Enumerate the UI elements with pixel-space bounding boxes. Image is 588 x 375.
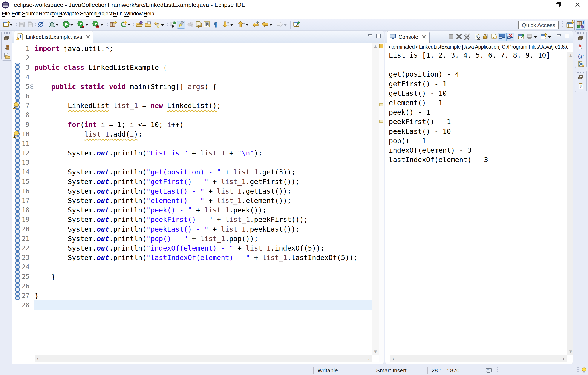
new-java-project-button[interactable] [109, 21, 117, 29]
scroll-lock-button[interactable] [482, 33, 490, 41]
menu-refactor[interactable]: Refactor [39, 11, 58, 17]
new-wizard-button-dropdown[interactable] [10, 24, 13, 26]
window-minimize-button[interactable] [532, 0, 544, 10]
back-button-dropdown[interactable] [269, 24, 273, 26]
new-java-class-button-dropdown[interactable] [127, 24, 131, 26]
forward-button[interactable] [276, 21, 284, 29]
scroll-right-icon[interactable]: › [366, 355, 372, 362]
menu-run[interactable]: Run [113, 11, 123, 17]
package-explorer-button[interactable] [1, 43, 12, 52]
fold-collapse-icon[interactable] [30, 84, 34, 89]
open-perspective-button[interactable] [565, 20, 575, 30]
restore-views-button[interactable] [575, 35, 587, 43]
scroll-right-icon[interactable]: › [561, 355, 566, 362]
editor-tab-close-icon[interactable]: ✕ [86, 34, 91, 40]
import-resources-button[interactable] [144, 21, 152, 29]
status-monitor-icon[interactable] [485, 367, 492, 375]
run-button-dropdown[interactable] [70, 24, 74, 26]
console-tab-close-icon[interactable]: ✕ [422, 34, 426, 40]
scroll-left-icon[interactable]: ‹ [390, 355, 396, 362]
editor-vertical-scrollbar[interactable]: ▲ ▼ [372, 43, 379, 355]
line-number-ruler[interactable]: 1234567891011121314151617181920212223242… [12, 44, 30, 310]
view-bar-grip[interactable] [578, 72, 584, 73]
console-minimize-button[interactable] [556, 33, 562, 39]
navigator-button[interactable] [1, 52, 12, 60]
console-maximize-button[interactable] [564, 33, 570, 39]
new-wizard-button[interactable] [3, 21, 10, 29]
show-stderr-button[interactable] [506, 33, 514, 41]
forward-button-dropdown[interactable] [284, 24, 287, 26]
display-console-button[interactable] [525, 33, 534, 41]
status-grip[interactable] [497, 367, 498, 374]
menu-project[interactable]: Project [96, 11, 112, 17]
profile-button[interactable] [92, 21, 100, 29]
scroll-down-icon[interactable]: ▼ [372, 349, 379, 354]
link-editor-button[interactable] [195, 21, 202, 29]
menu-window[interactable]: Window [124, 11, 143, 17]
restore-package-explorer-button[interactable] [1, 35, 12, 43]
console-horizontal-scrollbar[interactable]: ‹ › [390, 355, 567, 362]
remove-all-terminated-button[interactable] [463, 33, 471, 41]
window-restore-button[interactable] [552, 0, 565, 10]
status-grip[interactable] [577, 367, 578, 374]
run-button[interactable] [62, 21, 70, 29]
remove-launch-button[interactable] [455, 33, 463, 41]
coverage-button-dropdown[interactable] [85, 24, 89, 26]
window-close-button[interactable] [571, 0, 584, 10]
open-console-button[interactable] [540, 33, 548, 41]
editor-tab[interactable]: J! LinkedListExample.java ✕ [13, 31, 94, 43]
menu-source[interactable]: Source [22, 11, 39, 17]
java-perspective-button[interactable]: J [576, 20, 585, 30]
code-editor[interactable]: import java.util.*;public class LinkedLi… [35, 44, 372, 310]
scroll-down-icon[interactable]: ▼ [567, 349, 573, 354]
open-console-button-dropdown[interactable] [548, 36, 551, 38]
breadcrumb-button[interactable] [169, 21, 177, 29]
javadoc-button[interactable]: @ [575, 52, 587, 60]
show-whitespace-button[interactable]: ¶ [211, 21, 219, 29]
overview-warning-mark[interactable] [379, 103, 383, 106]
editor-horizontal-scrollbar[interactable]: ‹ › [35, 355, 372, 362]
view-bar-grip[interactable] [4, 32, 10, 34]
scroll-left-icon[interactable]: ‹ [35, 355, 41, 362]
editor-minimize-button[interactable] [367, 33, 374, 39]
console-vertical-scrollbar[interactable]: ▲ ▼ [567, 52, 573, 355]
menu-help[interactable]: Help [144, 11, 154, 17]
scroll-up-icon[interactable]: ▲ [567, 53, 573, 58]
show-stdout-button[interactable] [498, 33, 506, 41]
mark-occurrences-button[interactable] [177, 21, 185, 29]
pin-editor-button[interactable] [293, 21, 300, 29]
display-console-button-dropdown[interactable] [534, 36, 537, 38]
clear-console-button[interactable] [473, 33, 481, 41]
menu-edit[interactable]: Edit [12, 11, 21, 17]
snippets-button[interactable] [187, 21, 194, 29]
block-selection-button[interactable] [203, 21, 211, 29]
word-wrap-button[interactable] [490, 33, 498, 41]
scroll-up-icon[interactable]: ▲ [372, 44, 379, 49]
new-java-class-button[interactable] [119, 21, 127, 29]
overview-warning-mark[interactable] [379, 120, 383, 123]
previous-annotation-button[interactable] [238, 21, 245, 29]
console-tab[interactable]: Console ✕ [387, 31, 430, 43]
search-button[interactable] [153, 21, 161, 29]
declaration-button[interactable]: {= [575, 60, 587, 69]
coverage-button[interactable] [77, 21, 85, 29]
quick-access-input[interactable] [518, 21, 559, 30]
skip-breakpoints-button[interactable] [37, 21, 45, 29]
next-annotation-button-dropdown[interactable] [230, 24, 233, 26]
terminate-button[interactable] [447, 33, 455, 41]
save-all-button[interactable] [26, 21, 34, 29]
overview-warning-header[interactable] [379, 44, 383, 48]
debug-button-dropdown[interactable] [55, 24, 59, 26]
problems-button[interactable] [575, 43, 587, 52]
view-bar-grip[interactable] [578, 32, 584, 34]
menu-navigate[interactable]: Navigate [58, 11, 79, 17]
console-output[interactable]: List is [1, 2, 3, 4, 5, 6, 7, 8, 9, 10]g… [389, 51, 565, 164]
java-file-button[interactable]: J [575, 82, 587, 91]
debug-button[interactable] [48, 21, 56, 29]
open-task-button[interactable] [135, 21, 143, 29]
restore-outline-button[interactable] [575, 74, 587, 82]
notification-bulb-icon[interactable] [581, 367, 588, 375]
overview-ruler[interactable] [379, 43, 384, 362]
menu-file[interactable]: File [2, 11, 10, 17]
previous-annotation-button-dropdown[interactable] [245, 24, 249, 26]
